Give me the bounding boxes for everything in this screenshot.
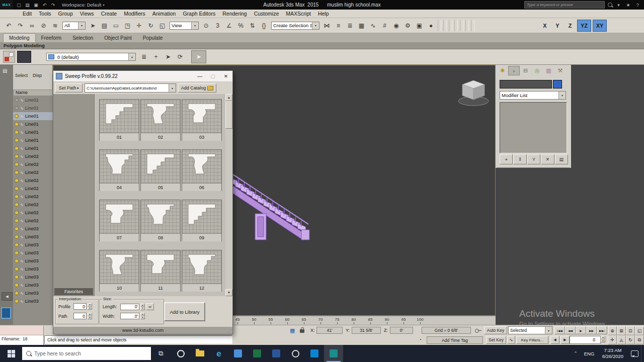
make-unique-icon[interactable]: Y: [527, 154, 540, 164]
profile-item[interactable]: 12: [182, 250, 222, 292]
redo-icon[interactable]: ↷: [49, 1, 57, 9]
3ds-max-logo-icon[interactable]: MAX: [0, 0, 13, 10]
play-button[interactable]: ▶: [576, 326, 586, 334]
profile-scrollbar[interactable]: ▲ ▼: [225, 94, 232, 296]
website-bar[interactable]: www.3d-kstudio.com ⋰: [53, 327, 232, 334]
language-indicator[interactable]: ENG: [581, 351, 598, 356]
motion-tab-icon[interactable]: ◎: [531, 66, 543, 75]
maxscript-mini-listener[interactable]: Filename: 18: [0, 326, 44, 345]
key-mode-dropdown[interactable]: Selected ▾: [508, 326, 552, 334]
select-and-link-icon[interactable]: ∞: [26, 20, 38, 31]
sign-in-icon[interactable]: ▾: [615, 3, 622, 8]
next-key-button[interactable]: ▶: [560, 336, 570, 344]
scene-object-row[interactable]: ∿Line01: [13, 104, 53, 112]
light-bulb-icon[interactable]: [15, 227, 19, 231]
object-color-swatch[interactable]: [553, 80, 562, 88]
layer-manager-icon[interactable]: ≣: [344, 20, 356, 31]
light-bulb-icon[interactable]: [15, 98, 19, 102]
light-bulb-icon[interactable]: [15, 138, 19, 142]
favorites-icon[interactable]: ★: [625, 3, 631, 8]
collapse-panel-button[interactable]: ◀: [2, 292, 13, 301]
tab-selection[interactable]: Selection: [67, 34, 99, 42]
width-spinner[interactable]: ▲▼: [140, 313, 145, 319]
document-icon[interactable]: ▤: [3, 68, 7, 73]
profile-item[interactable]: 06: [182, 149, 222, 191]
sweep-profile-button[interactable]: [3, 51, 15, 63]
tray-expand-icon[interactable]: ⌃: [571, 351, 581, 356]
snaps-toggle-icon[interactable]: 3: [212, 20, 223, 31]
light-bulb-icon[interactable]: [15, 219, 19, 223]
profile-item[interactable]: 05: [140, 149, 181, 191]
help-icon[interactable]: ?: [634, 3, 641, 8]
store-app-button[interactable]: [305, 345, 324, 362]
menu-maxscript[interactable]: MAXScript: [282, 10, 314, 18]
named-selection-dropdown[interactable]: Create Selection Se▾: [271, 22, 319, 30]
light-bulb-icon[interactable]: [15, 235, 19, 239]
scene-object-row[interactable]: ∿Line01: [13, 112, 53, 120]
staircase-model[interactable]: [222, 173, 323, 264]
favorites-tab[interactable]: Favorites: [54, 288, 93, 295]
remove-modifier-icon[interactable]: ✕: [541, 154, 554, 164]
previous-frame-button[interactable]: ◀◀: [565, 326, 576, 334]
rectangular-region-icon[interactable]: ▭: [110, 20, 122, 31]
layer-properties-icon[interactable]: ⟳: [174, 51, 186, 63]
word-app-button[interactable]: [267, 345, 286, 362]
scene-object-row[interactable]: ∿Line02: [13, 176, 53, 185]
search-icon[interactable]: [608, 3, 612, 7]
scene-object-row[interactable]: ∿Line02: [13, 193, 53, 201]
scene-object-row[interactable]: ∿Line03: [13, 233, 53, 241]
ribbon-toggle-icon[interactable]: ▦: [356, 20, 367, 31]
new-key-settings-icon[interactable]: ∿: [507, 336, 515, 344]
ribbon-panel-bar[interactable]: Polygon Modeling: [0, 42, 644, 49]
dialog-title-bar[interactable]: Sweep Profile v.0.99.22 — ▢ ✕: [53, 71, 232, 82]
select-object-icon[interactable]: ➤: [87, 20, 99, 31]
modify-tab-icon[interactable]: ◗: [508, 66, 520, 75]
select-cursor-button[interactable]: ➤: [191, 50, 206, 63]
configure-modifier-sets-icon[interactable]: ▤: [555, 154, 568, 164]
scene-object-row[interactable]: ∿Line02: [13, 201, 53, 209]
tab-object-paint[interactable]: Object Paint: [99, 34, 137, 42]
use-pivot-center-icon[interactable]: ⊙: [200, 20, 212, 31]
script-preview-thumbnail[interactable]: [17, 51, 31, 63]
scene-object-row[interactable]: ∿Line01: [13, 136, 53, 144]
key-filters-button[interactable]: Key Filters...: [516, 336, 548, 344]
scene-object-row[interactable]: ∿Line03: [13, 289, 53, 297]
layer-dropdown[interactable]: 0 (default) ▾: [46, 53, 136, 61]
taskbar-search-input[interactable]: Type here to search: [22, 347, 151, 360]
edit-named-selection-sets-icon[interactable]: {}: [258, 20, 270, 31]
light-bulb-icon[interactable]: [15, 146, 19, 150]
path-spinner[interactable]: ▲▼: [88, 313, 92, 319]
display-tab-icon[interactable]: ▥: [543, 66, 554, 75]
task-view-icon[interactable]: ⧉: [151, 345, 171, 362]
maximize-viewport-toggle-button[interactable]: ⧉: [635, 335, 644, 344]
schematic-view-icon[interactable]: #: [379, 20, 390, 31]
axis-constraint-z-button[interactable]: Z: [565, 20, 576, 31]
viewcube[interactable]: [453, 76, 494, 112]
scene-object-row[interactable]: ∿Line03: [13, 241, 53, 249]
ratio-lock-icon[interactable]: ∞: [146, 303, 154, 310]
render-production-icon[interactable]: ●: [425, 20, 437, 31]
photos-app-button[interactable]: [228, 345, 248, 362]
modifier-list-dropdown[interactable]: Modifier List ▾: [500, 91, 566, 100]
y-coordinate-field[interactable]: 31 5/8': [352, 327, 381, 334]
profile-item[interactable]: 07: [99, 200, 139, 241]
menu-graph-editors[interactable]: Graph Editors: [179, 10, 219, 18]
add-catalog-button[interactable]: Add Catalog: [178, 83, 216, 93]
menu-rendering[interactable]: Rendering: [219, 10, 250, 18]
axis-constraint-x-button[interactable]: X: [539, 20, 550, 31]
profile-interp-field[interactable]: 0: [73, 303, 87, 310]
select-and-scale-icon[interactable]: ◱: [156, 20, 168, 31]
start-button[interactable]: [0, 345, 22, 362]
light-bulb-icon[interactable]: [15, 291, 19, 295]
scene-object-row[interactable]: ∿Line01: [13, 128, 53, 136]
align-icon[interactable]: ≡: [333, 20, 344, 31]
menu-edit[interactable]: Edit: [19, 10, 35, 18]
light-bulb-icon[interactable]: [15, 211, 19, 215]
create-tab-icon[interactable]: ✱: [497, 66, 508, 75]
spinner-snap-icon[interactable]: ⇅: [247, 20, 258, 31]
close-icon[interactable]: ✕: [219, 71, 232, 81]
previous-key-button[interactable]: ◀: [550, 336, 559, 344]
length-spinner[interactable]: ▲▼: [140, 304, 145, 310]
menu-create[interactable]: Create: [98, 10, 121, 18]
scroll-up-icon[interactable]: ▲: [225, 94, 232, 101]
